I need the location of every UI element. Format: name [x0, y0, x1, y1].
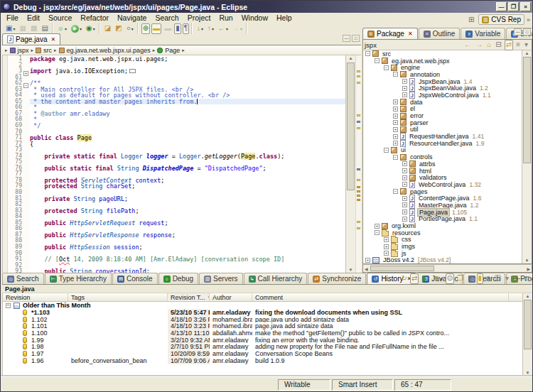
open-type-button[interactable]: ◪ — [103, 23, 112, 34]
expand-icon[interactable]: + — [402, 86, 407, 91]
tree-item-html[interactable]: +html — [363, 168, 532, 175]
new-wizard-button[interactable]: ▣▾ — [4, 23, 16, 34]
dropdown-caret-icon[interactable]: ▾ — [226, 26, 228, 31]
tree-item-jspxbeanvalue-java[interactable]: +JJspxBeanValue.java1.2 — [363, 85, 532, 92]
tree-item-js[interactable]: +js — [363, 250, 532, 257]
history-row[interactable]: 1.993/2/10 9:32 AMamr.eladawyfixing an e… — [3, 337, 532, 344]
tab-package[interactable]: ⊞Package✕ — [362, 28, 418, 39]
menu-caret-button[interactable]: ▾ — [523, 40, 529, 50]
tab-servers[interactable]: ▥Servers — [199, 273, 242, 284]
tree-item-attrbs[interactable]: +attrbs — [363, 160, 532, 168]
annotation-mark[interactable] — [357, 114, 360, 116]
menu-project[interactable]: Project — [183, 13, 215, 22]
show-whitespace-button[interactable]: ¶ — [183, 23, 189, 34]
dropdown-caret-icon[interactable]: ▾ — [13, 26, 15, 31]
dropdown-caret-icon[interactable]: ▾ — [65, 26, 67, 31]
expand-icon[interactable]: + — [402, 196, 407, 201]
tree-item-jspxbean-java[interactable]: +JJspxBean.java1.4 — [363, 78, 532, 85]
collapse-icon[interactable]: − — [393, 155, 398, 160]
highlight-off-button[interactable]: ▬ — [163, 23, 173, 34]
expand-icon[interactable]: + — [375, 224, 379, 229]
tree-item-ui[interactable]: −ui — [363, 147, 532, 154]
menu-help[interactable]: Help — [272, 13, 296, 22]
open-perspective-button[interactable]: ⊞ — [467, 14, 475, 25]
maximize-view-button[interactable]: □ — [523, 273, 530, 284]
fold-collapse-icon[interactable]: − — [23, 80, 30, 87]
tree-item-webcontrol-java[interactable]: +JWebControl.java1.32 — [363, 181, 532, 188]
history-row[interactable]: *1.1035/23/10 5:47 PMamr.eladawyfixing t… — [3, 309, 532, 316]
tree-item-css[interactable]: +css — [363, 236, 532, 244]
menu-refactor[interactable]: Refactor — [76, 13, 113, 22]
minimize-view-button[interactable]: — — [512, 273, 522, 284]
package-explorer-tree[interactable]: −src−eg.java.net.web.jspx−engine−annotat… — [362, 50, 532, 264]
print-button[interactable]: ▤ — [40, 23, 49, 34]
dropdown-caret-icon[interactable]: ▾ — [131, 26, 134, 31]
maximize-editor-button[interactable]: □ — [352, 35, 360, 42]
tree-item-eg-java-net-web-jspx[interactable]: −eg.java.net.web.jspx — [363, 58, 532, 65]
tree-item-portletpage-java[interactable]: +JPortletPage.java1.1 — [363, 216, 532, 223]
collapse-all-button[interactable]: ⊟ — [494, 40, 502, 50]
menu-search[interactable]: Search — [151, 13, 183, 22]
expand-icon[interactable]: + — [365, 258, 370, 263]
history-group-row[interactable]: −Older than This Month — [3, 302, 532, 309]
collapse-all-button[interactable]: ≡ — [485, 273, 492, 284]
run-button[interactable]: ▶▾ — [70, 23, 83, 34]
expand-icon[interactable]: + — [393, 114, 398, 119]
annotation-mark[interactable] — [357, 186, 360, 188]
tree-item-parser[interactable]: +parser — [363, 119, 532, 126]
dropdown-caret-icon[interactable]: ▾ — [201, 26, 203, 31]
tab-type-hierarchy[interactable]: ⊢Type Hierarchy — [45, 273, 112, 284]
tree-item-jboss-v4-2[interactable]: +JBoss v4.2[JBoss v4.2] — [363, 257, 532, 264]
up-button[interactable]: ⌂ — [485, 40, 492, 50]
tree-item-contentpage-java[interactable]: +JContentPage.java1.6 — [363, 195, 532, 202]
dropdown-caret-icon[interactable]: ▾ — [93, 26, 95, 31]
open-resource-button[interactable]: ◩ — [114, 23, 123, 34]
history-row[interactable]: 1.9710/20/09 8:59 AMamr.eladawyConversat… — [3, 350, 532, 357]
expand-icon[interactable]: + — [384, 251, 389, 256]
show-table-button[interactable]: ⊞ — [466, 273, 475, 284]
breadcrumb-item-eg-java-net-web-jspx-ui-pages[interactable]: eg.java.net.web.jspx.ui.pages — [59, 47, 151, 54]
annotation-mark[interactable] — [357, 227, 360, 229]
breadcrumb-item-page[interactable]: Page — [157, 47, 180, 54]
collapse-icon[interactable]: − — [384, 65, 389, 70]
title-bar[interactable]: Debug - jspx/src/eg/java/net/web/jspx/ui… — [1, 1, 532, 13]
editor-vertical-scrollbar[interactable]: ▲ ▼ — [345, 55, 355, 273]
tree-item-resourcehandler-java[interactable]: +JResourceHandler.java1.9 — [363, 140, 532, 147]
group-by-date-button[interactable]: ⊙ — [446, 273, 454, 284]
minimize-editor-button[interactable]: — — [343, 35, 350, 42]
tab-outline[interactable]: ≡Outline — [419, 28, 461, 39]
expand-icon[interactable]: + — [402, 168, 407, 173]
link-with-editor-button[interactable]: ⇄ — [410, 273, 419, 284]
collapse-icon[interactable]: − — [384, 148, 389, 153]
next-annotation-button[interactable]: ↓▾ — [195, 23, 205, 34]
expand-icon[interactable]: + — [384, 244, 389, 249]
menu-run[interactable]: Run — [215, 13, 237, 22]
expand-icon[interactable]: + — [393, 120, 398, 125]
annotation-mark[interactable] — [357, 199, 360, 201]
close-button[interactable]: × — [520, 2, 531, 11]
expand-icon[interactable]: + — [402, 175, 407, 180]
forward-button[interactable]: →▾ — [231, 23, 244, 34]
expand-icon[interactable]: + — [402, 182, 407, 187]
expand-icon[interactable]: + — [393, 127, 398, 132]
link-with-editor-button[interactable]: ⇄ — [505, 40, 513, 50]
annotation-mark[interactable] — [357, 127, 360, 129]
expand-icon[interactable]: + — [402, 92, 407, 97]
breadcrumb-item-jspx[interactable]: jspx — [10, 47, 29, 54]
save-all-button[interactable]: ▩ — [29, 23, 38, 34]
tree-item-validators[interactable]: +validators — [363, 174, 532, 181]
expand-icon[interactable]: + — [393, 134, 398, 139]
tab-debug[interactable]: ☼Debug — [158, 273, 198, 284]
column-header-author[interactable]: Author — [210, 293, 252, 301]
tree-item-el[interactable]: +el — [363, 106, 532, 113]
external-tools-button[interactable]: ◉▾ — [85, 23, 97, 34]
mark-occurrences-button[interactable]: ▬ — [151, 23, 161, 34]
show-tag-column-button[interactable]: ▮ — [477, 273, 484, 284]
refresh-button[interactable]: ↻ — [400, 273, 409, 284]
close-tab-icon[interactable]: ✕ — [50, 36, 55, 43]
tree-item-annotation[interactable]: −annotation — [363, 71, 532, 78]
annotation-mark[interactable] — [357, 190, 360, 192]
tab-call-hierarchy[interactable]: ↳Call Hierarchy — [244, 273, 308, 284]
expand-icon[interactable]: + — [402, 217, 407, 222]
previous-annotation-button[interactable]: ↑▾ — [206, 23, 215, 34]
